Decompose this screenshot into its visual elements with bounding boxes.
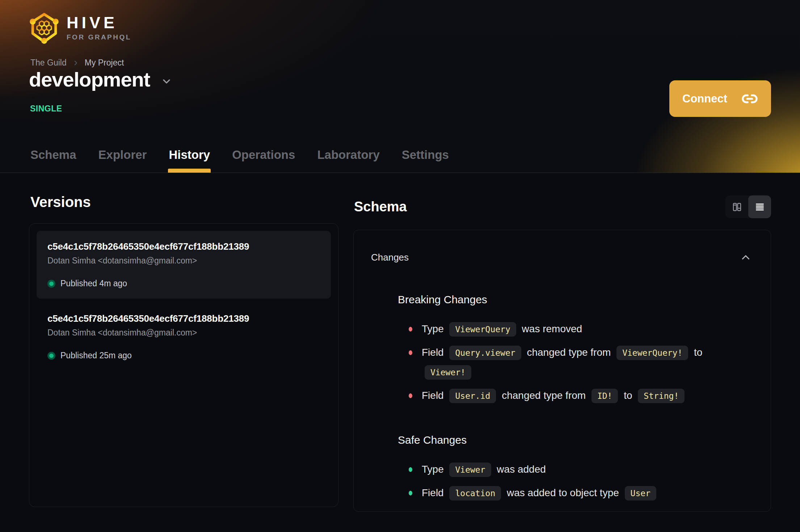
tab-settings[interactable]: Settings xyxy=(401,148,450,173)
link-icon xyxy=(741,90,758,107)
schema-identifier-chip: ViewerQuery xyxy=(449,322,516,337)
schema-identifier-chip: ViewerQuery! xyxy=(616,346,688,360)
versions-column: Versions c5e4c1c5f78b26465350e4ecf677cf1… xyxy=(29,173,338,512)
main-content: Versions c5e4c1c5f78b26465350e4ecf677cf1… xyxy=(0,173,800,512)
target-mode-badge: SINGLE xyxy=(30,104,62,114)
view-toggle xyxy=(725,195,771,218)
list-view-button[interactable] xyxy=(748,195,771,218)
versions-panel: c5e4c1c5f78b26465350e4ecf677cf188bb21389… xyxy=(29,223,338,507)
schema-column: Schema xyxy=(353,173,771,512)
changes-collapsible-header[interactable]: Changes xyxy=(354,230,771,265)
change-section-title: Breaking Changes xyxy=(398,293,755,306)
connect-button[interactable]: Connect xyxy=(669,80,771,117)
split-view-button[interactable] xyxy=(725,195,748,218)
tab-explorer[interactable]: Explorer xyxy=(98,148,148,173)
changes-header-label: Changes xyxy=(371,252,409,263)
change-section-title: Safe Changes xyxy=(398,434,755,447)
change-item: Type ViewerQuery was removed xyxy=(408,319,726,339)
version-status-text: Published 4m ago xyxy=(60,279,127,288)
brand-name: HIVE xyxy=(67,14,131,31)
schema-identifier-chip: User.id xyxy=(449,389,496,403)
target-switcher-chevron-down-icon[interactable] xyxy=(161,76,172,87)
change-item: Field User.id changed type from ID! to S… xyxy=(408,386,726,406)
schema-identifier-chip: User xyxy=(625,486,656,501)
tab-schema[interactable]: Schema xyxy=(30,148,77,173)
changes-body: Breaking ChangesType ViewerQuery was rem… xyxy=(354,293,771,503)
schema-identifier-chip: ID! xyxy=(591,389,618,403)
version-author: Dotan Simha <dotansimha@gmail.com> xyxy=(47,256,320,266)
safe-changes-list: Type Viewer was addedField location was … xyxy=(408,460,755,503)
schema-header-row: Schema xyxy=(353,195,771,218)
version-hash: c5e4c1c5f78b26465350e4ecf677cf188bb21389 xyxy=(47,313,320,324)
versions-title: Versions xyxy=(30,194,338,210)
change-item: Field Query.viewer changed type from Vie… xyxy=(408,343,726,382)
breadcrumb-org[interactable]: The Guild xyxy=(30,58,67,68)
change-item: Type Viewer was added xyxy=(408,460,726,480)
schema-identifier-chip: String! xyxy=(638,389,685,403)
breadcrumb-chevron-icon xyxy=(72,60,79,66)
schema-identifier-chip: Viewer xyxy=(449,463,491,477)
collapse-button[interactable] xyxy=(738,250,753,265)
tab-operations[interactable]: Operations xyxy=(231,148,296,173)
breadcrumb-project[interactable]: My Project xyxy=(85,58,124,68)
version-status-row: Published 4m ago xyxy=(47,279,320,288)
schema-title: Schema xyxy=(354,199,407,215)
version-item[interactable]: c5e4c1c5f78b26465350e4ecf677cf188bb21389… xyxy=(37,231,331,299)
target-name: development xyxy=(29,69,150,90)
tab-history[interactable]: History xyxy=(168,148,211,173)
list-view-icon xyxy=(754,201,766,213)
connect-button-label: Connect xyxy=(682,92,727,105)
version-item[interactable]: c5e4c1c5f78b26465350e4ecf677cf188bb21389… xyxy=(37,303,331,371)
brand-tagline: FOR GRAPHQL xyxy=(67,34,131,41)
breadcrumb: The Guild My Project xyxy=(30,58,124,68)
published-dot-icon xyxy=(47,280,55,288)
schema-identifier-chip: Viewer! xyxy=(425,365,471,380)
version-status-text: Published 25m ago xyxy=(60,351,132,360)
header: HIVE FOR GRAPHQL The Guild My Project de… xyxy=(0,0,800,173)
tab-bar: SchemaExplorerHistoryOperationsLaborator… xyxy=(30,148,450,173)
published-dot-icon xyxy=(47,352,55,360)
hive-hexagon-logo-icon xyxy=(30,11,59,44)
schema-identifier-chip: location xyxy=(449,486,501,501)
version-hash: c5e4c1c5f78b26465350e4ecf677cf188bb21389 xyxy=(47,241,320,252)
schema-changes-panel: Changes Breaking ChangesType ViewerQuery… xyxy=(353,230,771,512)
target-title-row: development xyxy=(29,69,172,90)
tab-laboratory[interactable]: Laboratory xyxy=(316,148,380,173)
chevron-up-icon xyxy=(740,251,752,263)
split-view-icon xyxy=(731,201,743,213)
hive-app: HIVE FOR GRAPHQL The Guild My Project de… xyxy=(0,0,800,532)
change-item: Field location was added to object type … xyxy=(408,483,726,503)
schema-identifier-chip: Query.viewer xyxy=(449,346,521,360)
version-status-row: Published 25m ago xyxy=(47,351,320,360)
version-author: Dotan Simha <dotansimha@gmail.com> xyxy=(47,328,320,338)
breaking-changes-list: Type ViewerQuery was removedField Query.… xyxy=(408,319,755,405)
hive-logo[interactable]: HIVE FOR GRAPHQL xyxy=(30,11,131,44)
